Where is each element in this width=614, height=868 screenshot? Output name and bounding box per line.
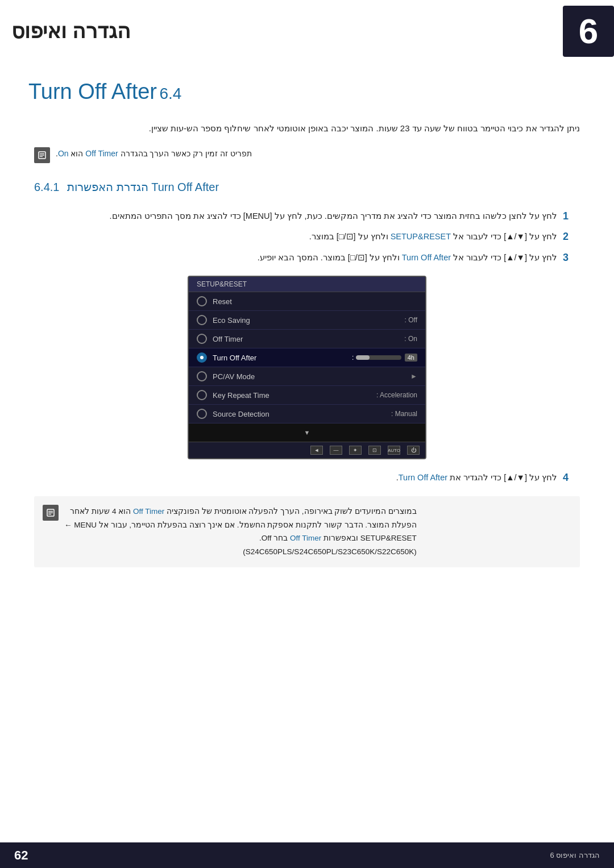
note2-line4: (S24C650PLS/S24C650PL/S23C650K/S22C650K)	[64, 545, 417, 559]
step-4: לחץ על [▼/▲] כדי להגדיר את Turn Off Afte…	[34, 471, 580, 485]
item-label-offtimer: Off Timer	[213, 335, 404, 343]
menu-screenshot: SETUP&RESET Reset Eco Saving : Off Off T…	[188, 276, 426, 459]
item-label-reset: Reset	[213, 297, 417, 306]
step-3-number: 3	[563, 251, 580, 264]
bullet-pcav	[197, 371, 207, 381]
step-3-text: לחץ על [▼/▲] כדי לעבור אל Turn Off After…	[34, 251, 557, 265]
step-2: לחץ על [▼/▲] כדי לעבור אל SETUP&RESET ול…	[34, 230, 580, 244]
menu-item-offtimer: Off Timer : On	[189, 330, 425, 348]
menu-item-reset: Reset	[189, 292, 425, 311]
item-value-offtimer: : On	[404, 335, 417, 343]
bullet-reset	[197, 296, 207, 306]
section-title-area: Turn Off After 6.4	[0, 63, 614, 110]
note2-line2: הפעלת המוצר. הדבר קשור לתקנות אספקת החשמ…	[64, 518, 417, 532]
page-header: הגדרה ואיפוס 6	[0, 0, 614, 63]
menu-screenshot-container: SETUP&RESET Reset Eco Saving : Off Off T…	[34, 276, 580, 459]
subsection-number: 6.4.1	[34, 181, 59, 193]
progress-bar-fill	[356, 355, 370, 360]
menu-item-keyrepeat: Key Repeat Time : Acceleration	[189, 386, 425, 405]
menu-item-turnoffafter: Turn Off After : 4h	[189, 348, 425, 367]
step-1: לחץ על לחצן כלשהו בחזית המוצר כדי להציג …	[34, 209, 580, 223]
menu-item-pcav: PC/AV Mode ►	[189, 367, 425, 386]
chapter-title: הגדרה ואיפוס	[11, 19, 131, 43]
item-label-pcav: PC/AV Mode	[213, 372, 408, 381]
step-2-number: 2	[563, 230, 580, 243]
nav-icon-enter: ⊡	[368, 446, 381, 455]
arrow-pcav: ►	[410, 372, 417, 380]
step-1-text: לחץ על לחצן כלשהו בחזית המוצר כדי להציג …	[34, 209, 557, 223]
step-3: לחץ על [▼/▲] כדי לעבור אל Turn Off After…	[34, 251, 580, 265]
menu-header: SETUP&RESET	[189, 277, 425, 292]
item-label-eco: Eco Saving	[213, 316, 405, 325]
item-label-sourcedetect: Source Detection	[213, 410, 391, 418]
progress-value: 4h	[405, 354, 417, 362]
nav-box-power: ⏻	[407, 446, 420, 455]
svg-point-4	[200, 356, 204, 359]
bullet-eco	[197, 315, 207, 325]
section-number: 6.4	[159, 85, 181, 102]
menu-scroll-indicator: ▼	[189, 423, 425, 442]
item-value-eco: : Off	[405, 316, 417, 324]
note1: תפריט זה זמין רק כאשר הערך בהגדרה Off Ti…	[34, 147, 580, 163]
nav-icon-auto: AUTO	[388, 446, 400, 455]
step-4-number: 4	[563, 471, 580, 484]
intro-text: ניתן להגדיר את כיבוי הטיימר בטווח של שעה…	[34, 121, 580, 136]
chapter-number: 6	[579, 14, 598, 49]
menu-item-eco: Eco Saving : Off	[189, 311, 425, 330]
menu-bottom-nav: ◄ — ✦ ⊡ AUTO ⏻	[189, 442, 425, 458]
menu-item-sourcedetect: Source Detection : Manual	[189, 405, 425, 423]
nav-box-auto: AUTO	[388, 446, 400, 455]
bullet-turnoffafter	[197, 352, 207, 363]
item-value-sourcedetect: : Manual	[391, 410, 417, 418]
note1-highlight2: On	[58, 149, 69, 158]
nav-icon-back: ◄	[310, 446, 323, 455]
chapter-number-box: 6	[563, 6, 614, 57]
note1-icon	[34, 147, 50, 163]
note2-text: במוצרים המיועדים לשוק באירופה, הערך להפע…	[64, 505, 417, 559]
step-4-text: לחץ על [▼/▲] כדי להגדיר את Turn Off Afte…	[34, 471, 557, 485]
note2-line3: SETUP&RESET ובאפשרות Off Timer בחר Off.	[64, 531, 417, 545]
item-label-keyrepeat: Key Repeat Time	[213, 391, 376, 400]
footer-page-number: 62	[14, 848, 28, 863]
item-value-turnoffafter: :	[352, 354, 356, 362]
progress-bar-container: 4h	[356, 354, 417, 362]
nav-box-plus: ✦	[349, 446, 362, 455]
bullet-keyrepeat	[197, 390, 207, 400]
page-footer: הגדרה ואיפוס 6 62	[0, 842, 614, 868]
note1-text: תפריט זה זמין רק כאשר הערך בהגדרה Off Ti…	[56, 147, 252, 160]
nav-box-enter: ⊡	[368, 446, 381, 455]
content-area: ניתן להגדיר את כיבוי הטיימר בטווח של שעה…	[0, 110, 614, 584]
nav-icon-plus: ✦	[349, 446, 362, 455]
note2: במוצרים המיועדים לשוק באירופה, הערך להפע…	[34, 496, 580, 567]
bullet-offtimer	[197, 334, 207, 344]
step-2-text: לחץ על [▼/▲] כדי לעבור אל SETUP&RESET ול…	[34, 230, 557, 244]
scroll-arrow: ▼	[304, 429, 310, 436]
footer-text: הגדרה ואיפוס 6	[550, 851, 600, 859]
note1-highlight: Off Timer	[85, 149, 118, 158]
nav-box-minus: —	[330, 446, 342, 455]
subsection-title: 6.4.1 הגדרת האפשרות Turn Off After	[34, 175, 580, 202]
note2-line1: במוצרים המיועדים לשוק באירופה, הערך להפע…	[64, 505, 417, 518]
bullet-sourcedetect	[197, 409, 207, 419]
step-1-number: 1	[563, 209, 580, 222]
item-value-keyrepeat: : Acceleration	[376, 391, 417, 399]
nav-box-back: ◄	[310, 446, 323, 455]
note1-after: הוא	[69, 149, 86, 158]
item-label-turnoffafter: Turn Off After	[213, 354, 352, 362]
progress-bar	[356, 355, 401, 360]
note2-icon	[43, 505, 59, 521]
nav-icon-minus: —	[330, 446, 342, 455]
section-title: Turn Off After	[28, 80, 157, 103]
subsection-title-text: הגדרת האפשרות Turn Off After	[67, 181, 219, 193]
note1-before: תפריט זה זמין רק כאשר הערך בהגדרה	[118, 149, 252, 158]
nav-icon-power: ⏻	[407, 446, 420, 455]
